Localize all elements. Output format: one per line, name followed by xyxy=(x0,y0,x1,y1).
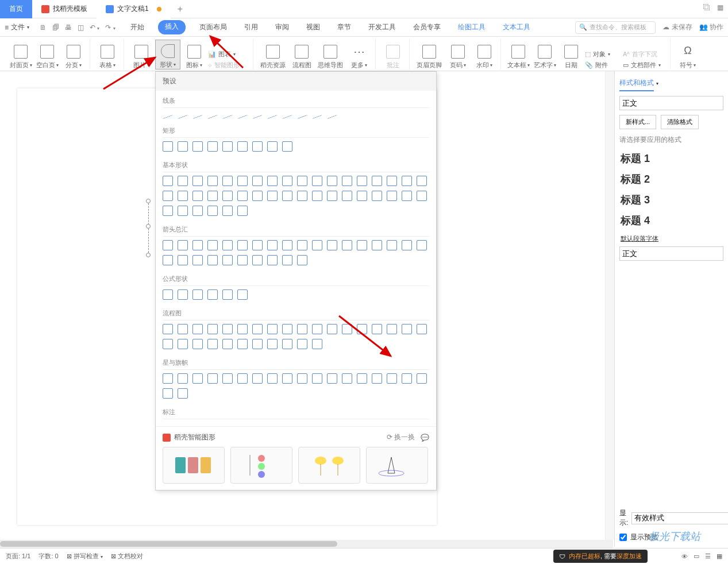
layout-1-icon[interactable]: ⿻ xyxy=(703,3,710,11)
shape-option[interactable] xyxy=(252,255,263,265)
shape-option[interactable] xyxy=(282,176,292,186)
shape-option[interactable] xyxy=(207,240,218,250)
shape-option[interactable] xyxy=(192,240,203,250)
view-outline-icon[interactable]: ☰ xyxy=(705,553,711,560)
shape-option[interactable] xyxy=(417,191,427,201)
shape-option[interactable] xyxy=(237,373,248,384)
resize-handle-mid[interactable] xyxy=(146,224,151,229)
status-proof[interactable]: ⊠ 文档校对 xyxy=(111,552,143,561)
style-heading-4[interactable]: 标题 4 xyxy=(619,210,723,231)
shape-option[interactable] xyxy=(163,240,173,250)
shape-option[interactable] xyxy=(178,240,188,250)
shape-option[interactable] xyxy=(178,324,188,334)
coop-button[interactable]: 👥 协作 xyxy=(699,22,723,32)
shape-option[interactable] xyxy=(297,191,307,201)
shape-option[interactable] xyxy=(237,206,248,216)
mindmap-button[interactable]: 思维导图 xyxy=(315,40,345,69)
shape-option[interactable] xyxy=(267,373,278,384)
ribbon-tab-review[interactable]: 审阅 xyxy=(272,20,292,34)
shape-option[interactable] xyxy=(417,373,427,384)
shape-option[interactable] xyxy=(417,324,427,334)
shape-option[interactable] xyxy=(237,141,248,152)
chevron-down-icon[interactable]: ▾ xyxy=(656,81,658,86)
shape-option[interactable] xyxy=(178,289,188,300)
shape-option[interactable] xyxy=(297,324,307,334)
shape-option[interactable] xyxy=(163,191,173,201)
shape-option[interactable] xyxy=(267,339,278,349)
shape-option[interactable] xyxy=(178,373,188,384)
header-footer-button[interactable]: 页眉页脚 xyxy=(414,40,444,69)
shape-option[interactable] xyxy=(282,141,292,152)
show-select[interactable] xyxy=(631,512,728,524)
style-heading-2[interactable]: 标题 2 xyxy=(619,169,723,190)
chat-icon[interactable]: 💬 xyxy=(421,434,429,442)
ribbon-tab-start[interactable]: 开始 xyxy=(127,20,148,34)
shape-option[interactable] xyxy=(163,176,173,186)
shape-option[interactable] xyxy=(402,324,412,334)
shape-option[interactable] xyxy=(222,289,233,300)
shape-option[interactable] xyxy=(207,141,218,152)
shape-option[interactable] xyxy=(417,240,427,250)
shape-option[interactable] xyxy=(282,373,292,384)
shape-option[interactable] xyxy=(163,289,173,300)
shape-option[interactable] xyxy=(327,373,337,384)
ribbon-tab-insert[interactable]: 插入 xyxy=(158,20,186,34)
shape-option[interactable] xyxy=(252,115,262,119)
shape-option[interactable] xyxy=(222,176,233,186)
attachment-button[interactable]: 📎附件 xyxy=(585,61,622,69)
tab-templates[interactable]: 找稻壳模板 xyxy=(32,0,97,18)
shape-option[interactable] xyxy=(163,115,172,119)
shape-option[interactable] xyxy=(222,115,232,119)
redo-icon[interactable]: ↷ ▾ xyxy=(105,24,115,32)
wordart-button[interactable]: 艺术字▾ xyxy=(532,40,557,69)
layout-grid-icon[interactable]: ▦ xyxy=(717,3,723,11)
shape-option[interactable] xyxy=(387,191,397,201)
shape-option[interactable] xyxy=(327,191,337,201)
shape-option[interactable] xyxy=(267,255,278,265)
shape-option[interactable] xyxy=(207,339,218,349)
shape-option[interactable] xyxy=(342,191,352,201)
shape-option[interactable] xyxy=(237,240,248,250)
shape-option[interactable] xyxy=(192,141,203,152)
shape-option[interactable] xyxy=(207,289,218,300)
shape-option[interactable] xyxy=(163,373,173,384)
reading-mode-icon[interactable]: 👁 xyxy=(681,553,688,560)
symbol-button[interactable]: Ω符号▾ xyxy=(675,40,700,69)
shape-option[interactable] xyxy=(297,255,307,265)
ribbon-tab-drawtools[interactable]: 绘图工具 xyxy=(454,20,489,34)
shape-option[interactable] xyxy=(297,373,307,384)
shape-option[interactable] xyxy=(282,191,292,201)
shape-option[interactable] xyxy=(297,115,307,119)
side-toolbar[interactable] xyxy=(605,71,614,540)
docer-resource-button[interactable]: 稻壳资源 xyxy=(258,40,288,69)
shape-option[interactable] xyxy=(178,206,188,216)
shape-option[interactable] xyxy=(267,324,278,334)
icon-button[interactable]: 图标▾ xyxy=(182,40,207,69)
ribbon-tab-references[interactable]: 引用 xyxy=(241,20,261,34)
more-button[interactable]: ⋯更多▾ xyxy=(346,40,372,69)
shape-option[interactable] xyxy=(252,191,263,201)
shape-option[interactable] xyxy=(252,176,263,186)
shape-option[interactable] xyxy=(357,373,367,384)
shape-option[interactable] xyxy=(252,373,263,384)
default-font-link[interactable]: 默认段落字体 xyxy=(619,231,723,246)
shape-option[interactable] xyxy=(237,255,248,265)
shape-option[interactable] xyxy=(222,141,233,152)
shape-option[interactable] xyxy=(192,206,203,216)
shape-option[interactable] xyxy=(372,373,382,384)
shape-option[interactable] xyxy=(222,339,233,349)
dropcap-button[interactable]: Aᴬ首字下沉 xyxy=(623,50,667,59)
shape-option[interactable] xyxy=(312,240,322,250)
shape-option[interactable] xyxy=(387,373,397,384)
shape-option[interactable] xyxy=(282,324,292,334)
shape-option[interactable] xyxy=(163,255,173,265)
shape-option[interactable] xyxy=(237,115,247,119)
cover-page-button[interactable]: 封面页▾ xyxy=(8,40,33,69)
shape-option[interactable] xyxy=(192,191,203,201)
shape-option[interactable] xyxy=(252,141,263,152)
shape-option[interactable] xyxy=(178,191,188,201)
shape-option[interactable] xyxy=(192,115,202,119)
format-painter-icon[interactable]: ◫ xyxy=(78,24,84,32)
shape-option[interactable] xyxy=(192,176,203,186)
shape-option[interactable] xyxy=(327,240,337,250)
